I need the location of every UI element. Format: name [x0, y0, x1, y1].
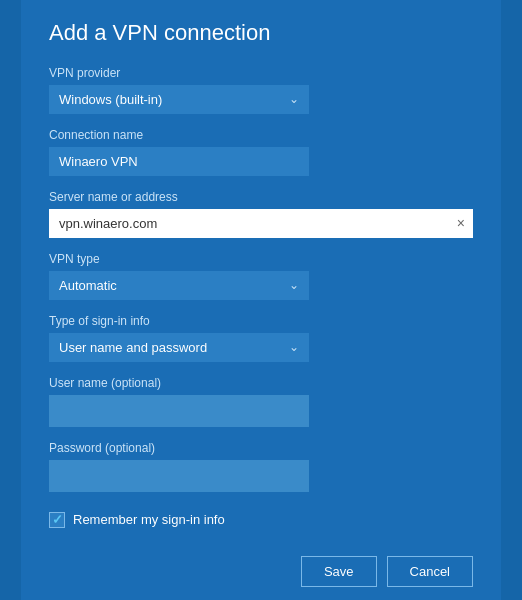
server-name-label: Server name or address	[49, 190, 473, 204]
server-name-input[interactable]	[49, 209, 473, 238]
password-label: Password (optional)	[49, 441, 473, 455]
sign-in-type-label: Type of sign-in info	[49, 314, 473, 328]
connection-name-label: Connection name	[49, 128, 473, 142]
username-input[interactable]	[49, 395, 309, 427]
username-label: User name (optional)	[49, 376, 473, 390]
server-name-clear-button[interactable]: ×	[457, 216, 465, 230]
password-input[interactable]	[49, 460, 309, 492]
sign-in-type-group: Type of sign-in info User name and passw…	[49, 314, 473, 362]
vpn-type-group: VPN type Automatic ⌄	[49, 252, 473, 300]
dialog-title: Add a VPN connection	[49, 20, 473, 46]
server-name-group: Server name or address ×	[49, 190, 473, 238]
checkmark-icon: ✓	[52, 513, 63, 526]
connection-name-group: Connection name	[49, 128, 473, 176]
connection-name-input[interactable]	[49, 147, 309, 176]
vpn-provider-select[interactable]: Windows (built-in)	[49, 85, 309, 114]
vpn-provider-group: VPN provider Windows (built-in) ⌄	[49, 66, 473, 114]
server-name-wrapper: ×	[49, 209, 473, 238]
vpn-provider-label: VPN provider	[49, 66, 473, 80]
remember-signin-label: Remember my sign-in info	[73, 512, 225, 527]
button-row: Save Cancel	[49, 536, 473, 587]
password-group: Password (optional)	[49, 441, 473, 492]
remember-signin-checkbox[interactable]: ✓	[49, 512, 65, 528]
vpn-type-label: VPN type	[49, 252, 473, 266]
sign-in-type-select[interactable]: User name and password	[49, 333, 309, 362]
sign-in-type-select-wrapper: User name and password ⌄	[49, 333, 309, 362]
vpn-type-select[interactable]: Automatic	[49, 271, 309, 300]
cancel-button[interactable]: Cancel	[387, 556, 473, 587]
add-vpn-dialog: Add a VPN connection VPN provider Window…	[21, 0, 501, 600]
vpn-type-select-wrapper: Automatic ⌄	[49, 271, 309, 300]
username-group: User name (optional)	[49, 376, 473, 427]
remember-signin-group: ✓ Remember my sign-in info	[49, 512, 473, 528]
save-button[interactable]: Save	[301, 556, 377, 587]
vpn-provider-select-wrapper: Windows (built-in) ⌄	[49, 85, 309, 114]
